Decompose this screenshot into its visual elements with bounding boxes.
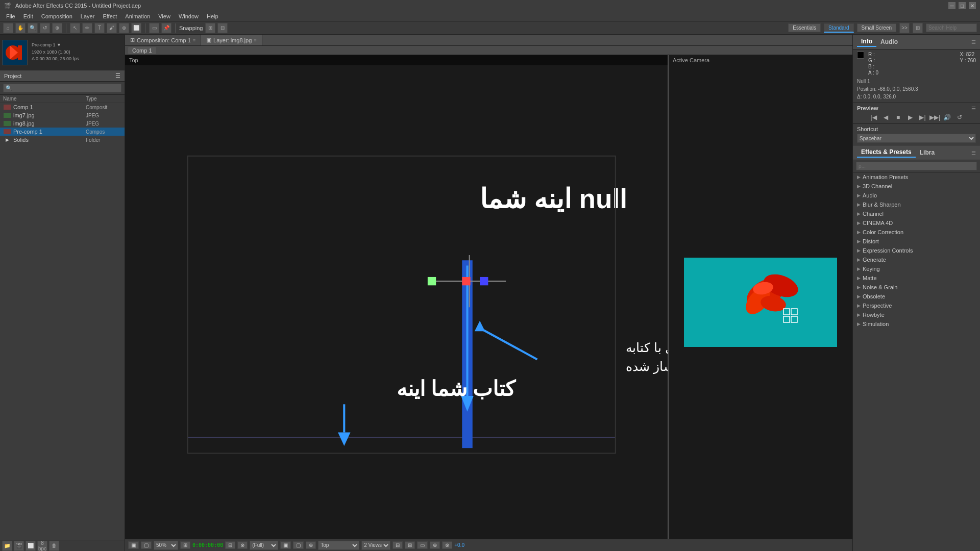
preview-loop[interactable]: ↺ [954,113,965,121]
effects-cat-matte[interactable]: ▶ Matte [853,273,980,283]
toolbar-home[interactable]: ⌂ [3,23,13,33]
effects-cat-audio[interactable]: ▶ Audio [853,191,980,200]
comp-subtab-label[interactable]: Comp 1 [128,47,156,54]
shortcut-select[interactable]: Spacebar [857,134,976,143]
tab-library[interactable]: Libra [916,148,939,157]
viewer-ctrl-e[interactable]: ⊞ [405,541,415,549]
workspace-standard[interactable]: Standard [824,23,854,33]
menu-help[interactable]: Help [203,12,223,20]
effects-cat-simulation[interactable]: ▶ Simulation [853,319,980,329]
tab-audio[interactable]: Audio [876,37,902,46]
effects-cat-anim-presets[interactable]: ▶ Animation Presets [853,172,980,182]
toolbar-brush[interactable]: 🖌 [107,23,117,33]
preview-menu[interactable]: ☰ [971,106,976,111]
toolbar-select[interactable]: ↖ [70,23,80,33]
effects-cat-noise[interactable]: ▶ Noise & Grain [853,283,980,292]
toolbar-pin[interactable]: 📌 [161,23,172,33]
viewer-ctrl-grid[interactable]: ⊞ [180,541,190,549]
viewer-ctrl-preview[interactable]: ▢ [141,541,152,549]
project-item-img8[interactable]: img8.jpg JPEG [0,119,125,128]
menu-file[interactable]: File [2,12,19,20]
viewer-ctrl-d[interactable]: ⊟ [393,541,403,549]
toolbar-type[interactable]: T [94,23,105,33]
toolbar-snap[interactable]: ⊞ [205,23,215,33]
tab-info[interactable]: Info [857,37,876,47]
project-new-folder[interactable]: 📁 [2,541,12,551]
project-item-img7[interactable]: img7.jpg JPEG [0,111,125,119]
workspace-more[interactable]: >> [899,23,910,33]
toolbar-rotate[interactable]: ↺ [40,23,50,33]
right-viewer-content[interactable] [669,65,852,539]
effects-cat-keying[interactable]: ▶ Keying [853,264,980,273]
viewer-zoom-select[interactable]: 50% 100% 25% [154,541,178,550]
toolbar-eraser[interactable]: ⬜ [131,23,141,33]
toolbar-hand[interactable]: ✋ [15,23,26,33]
comp-tab-layer[interactable]: ▣ Layer: img8.jpg ≡ [201,35,262,45]
info-menu[interactable]: ☰ [971,39,976,45]
viewer-layout-select[interactable]: 2 Views 1 View 4 Views [361,541,390,550]
effects-cat-blur[interactable]: ▶ Blur & Sharpen [853,200,980,209]
effects-menu[interactable]: ☰ [971,150,976,156]
viewer-ctrl-h[interactable]: ⊗ [442,541,452,549]
viewer-ctrl-ruler[interactable]: ⊟ [225,541,235,549]
left-viewer-content[interactable]: null اینه شما کتاب شما اینه اینم فاصله ن… [125,65,668,539]
project-new-item[interactable]: ⬜ [26,541,36,551]
comp-tab-comp1[interactable]: ⊞ Composition: Comp 1 ≡ [125,35,201,45]
workspace-small-screen[interactable]: Small Screen [857,23,896,32]
menu-layer[interactable]: Layer [77,12,99,20]
effects-cat-distort[interactable]: ▶ Distort [853,237,980,246]
project-search-input[interactable] [3,84,121,92]
preview-stop[interactable]: ■ [893,113,903,121]
menu-effect[interactable]: Effect [99,12,121,20]
toolbar-shape[interactable]: ▭ [149,23,159,33]
search-help-input[interactable] [926,23,977,32]
effects-cat-rowbyte[interactable]: ▶ Rowbyte [853,310,980,319]
effects-cat-channel[interactable]: ▶ Channel [853,209,980,218]
project-delete[interactable]: 🗑 [49,541,59,551]
menu-view[interactable]: View [154,12,175,20]
effects-cat-cinema4d[interactable]: ▶ CINEMA 4D [853,218,980,228]
viewer-ctrl-motion[interactable]: ⊗ [237,541,248,549]
effects-cat-3d-channel[interactable]: ▶ 3D Channel [853,182,980,191]
effects-cat-perspective[interactable]: ▶ Perspective [853,301,980,310]
toolbar-zoom-tool[interactable]: 🔍 [28,23,38,33]
viewer-ctrl-g[interactable]: ⊕ [430,541,440,549]
viewer-view-select[interactable]: Top Front Custom View [318,541,359,550]
menu-composition[interactable]: Composition [37,12,77,20]
toolbar-cam[interactable]: ⊕ [52,23,62,33]
project-menu-icon[interactable]: ☰ [115,72,120,79]
minimize-button[interactable]: ─ [948,2,955,9]
menu-window[interactable]: Window [175,12,203,20]
project-item-precomp1[interactable]: Pre-comp 1 Compos [0,128,125,136]
viewer-ctrl-c[interactable]: ⊕ [306,541,316,549]
effects-cat-color-correction[interactable]: ▶ Color Correction [853,228,980,237]
comp-tab-close2[interactable]: ≡ [254,38,256,43]
viewer-quality-select[interactable]: (Full) Half Quarter [250,541,278,550]
toolbar-snap2[interactable]: ⊟ [217,23,228,33]
tab-effects[interactable]: Effects & Presets [857,147,916,158]
maximize-button[interactable]: □ [959,2,966,9]
toolbar-clone[interactable]: ⊗ [119,23,129,33]
menu-edit[interactable]: Edit [19,12,37,20]
project-new-comp[interactable]: 🎬 [14,541,24,551]
preview-next-frame[interactable]: ▶| [918,113,928,121]
effects-cat-generate[interactable]: ▶ Generate [853,255,980,264]
toolbar-pen[interactable]: ✏ [82,23,92,33]
viewer-ctrl-a[interactable]: ▣ [280,541,291,549]
preview-last[interactable]: ▶▶| [930,113,940,121]
close-button[interactable]: ✕ [969,2,976,9]
comp-tab-close1[interactable]: ≡ [193,38,195,43]
toolbar-ext[interactable]: ⊞ [913,23,923,33]
effects-cat-expression[interactable]: ▶ Expression Controls [853,246,980,255]
preview-audio[interactable]: 🔊 [942,113,952,121]
workspace-essentials[interactable]: Essentials [788,23,821,32]
effects-cat-obsolete[interactable]: ▶ Obsolete [853,292,980,301]
viewer-ctrl-f[interactable]: ▭ [417,541,428,549]
menu-animation[interactable]: Animation [121,12,154,20]
viewer-ctrl-render[interactable]: ▣ [128,541,139,549]
preview-first[interactable]: |◀ [869,113,879,121]
effects-search-input[interactable] [856,162,977,170]
project-depth[interactable]: 8 bpc [37,541,47,551]
project-item-solids[interactable]: ▶ Solids Folder [0,136,125,144]
viewer-ctrl-b[interactable]: ▢ [293,541,304,549]
